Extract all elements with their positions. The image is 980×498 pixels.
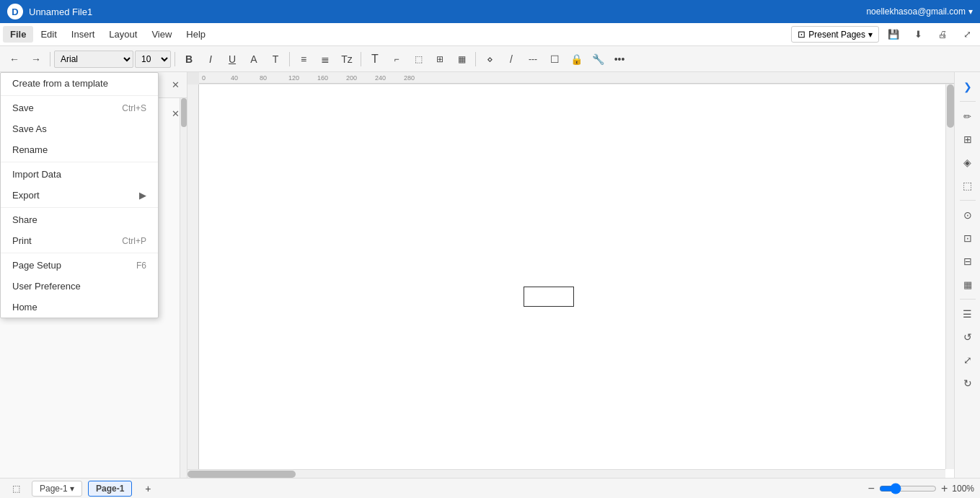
vertical-scrollbar-thumb[interactable] (947, 84, 954, 128)
bold-button[interactable]: B (179, 49, 199, 69)
history-panel-button[interactable]: ↺ (958, 327, 978, 347)
vertical-scrollbar[interactable] (945, 84, 954, 469)
ruler-mark: 120 (286, 74, 314, 82)
database-panel-button[interactable]: ⊙ (958, 205, 978, 225)
font-family-select[interactable]: Arial Times New Roman Helvetica (54, 51, 133, 68)
redo-button[interactable]: → (26, 49, 46, 69)
container-button[interactable]: ⊞ (430, 49, 450, 69)
ruler-mark: 200 (343, 74, 372, 82)
zoom-slider[interactable] (879, 483, 937, 494)
menu-rename[interactable]: Rename (1, 139, 158, 160)
horizontal-scrollbar[interactable] (187, 469, 945, 478)
dropdown-divider-3 (1, 207, 158, 208)
checkbox-button[interactable]: ☐ (544, 49, 565, 69)
menubar: File Edit Insert Layout View Help ⊡ Pres… (0, 23, 980, 46)
menu-view[interactable]: View (144, 26, 179, 43)
close-btn-1[interactable]: ✕ (172, 79, 180, 90)
menu-save[interactable]: Save Ctrl+S (1, 97, 158, 118)
refresh-panel-button[interactable]: ↻ (958, 373, 978, 393)
grid-panel-button[interactable]: ⊞ (958, 129, 978, 149)
menu-user-preference[interactable]: User Preference (1, 276, 158, 297)
menu-page-setup[interactable]: Page Setup F6 (1, 255, 158, 276)
lock-button[interactable]: 🔒 (566, 49, 586, 69)
ruler-left (187, 84, 199, 478)
horizontal-scrollbar-thumb[interactable] (187, 471, 296, 478)
add-page-button[interactable]: + (138, 479, 158, 499)
left-scrollbar[interactable] (180, 98, 187, 478)
menu-export[interactable]: Export ▶ (1, 185, 158, 206)
menu-file[interactable]: File (3, 26, 33, 43)
fill-button[interactable]: ⋄ (480, 49, 500, 69)
text-format-button[interactable]: Tz (337, 49, 357, 69)
zoom-in-button[interactable]: + (941, 483, 948, 494)
toolbar-separator-1 (50, 52, 50, 66)
image-panel-button[interactable]: ⊡ (958, 228, 978, 248)
layers-panel-button[interactable]: ◈ (958, 152, 978, 172)
present-pages-area: ⊡ Present Pages ▾ 💾 ⬇ 🖨 ⤢ (791, 25, 977, 45)
current-page-label: Page-1 (96, 484, 124, 494)
present-pages-button[interactable]: ⊡ Present Pages ▾ (791, 26, 879, 43)
menu-edit[interactable]: Edit (33, 26, 63, 43)
dropdown-divider-1 (1, 95, 158, 96)
menu-layout[interactable]: Layout (102, 26, 144, 43)
toolbar: ← → Arial Times New Roman Helvetica 10 1… (0, 46, 980, 72)
file-dropdown: Create from a template Save Ctrl+S Save … (0, 72, 159, 318)
right-panel-separator-3 (960, 299, 976, 300)
user-email: noellekhasoa@gmail.com (866, 6, 966, 17)
ruler-top: 0 40 80 120 160 200 240 280 (199, 72, 954, 84)
left-scrollbar-thumb[interactable] (181, 98, 187, 127)
print-icon-btn[interactable]: 🖨 (932, 25, 953, 45)
text-shape-button[interactable]: T (365, 49, 385, 69)
page-view-toggle[interactable]: ⬚ (6, 479, 26, 499)
font-size-select[interactable]: 10 12 14 16 (135, 51, 171, 68)
page-tab-dropdown[interactable]: Page-1 ▾ (32, 481, 82, 497)
share-icon-btn[interactable]: ⤢ (957, 25, 977, 45)
current-page-tab[interactable]: Page-1 (88, 481, 132, 497)
edit-panel-button[interactable]: ✏ (958, 106, 978, 126)
user-chevron: ▾ (968, 6, 973, 17)
user-info[interactable]: noellekhasoa@gmail.com ▾ (866, 6, 973, 17)
menu-home[interactable]: Home (1, 297, 158, 318)
titlebar: D Unnamed File1 noellekhasoa@gmail.com ▾ (0, 0, 980, 23)
right-panel-separator-2 (960, 200, 976, 201)
collapse-right-panel-button[interactable]: ❯ (958, 77, 978, 97)
line-color-button[interactable]: / (501, 49, 521, 69)
menu-help[interactable]: Help (179, 26, 213, 43)
font-color-button[interactable]: A (244, 49, 264, 69)
menu-print[interactable]: Print Ctrl+P (1, 230, 158, 251)
menu-insert[interactable]: Insert (64, 26, 102, 43)
diagram-rectangle[interactable] (524, 287, 574, 307)
hierarchy-panel-button[interactable]: ⊟ (958, 251, 978, 271)
undo-button[interactable]: ← (4, 49, 25, 69)
more-button[interactable]: ••• (609, 49, 630, 69)
page-tab-chevron: ▾ (70, 484, 74, 494)
canvas-content[interactable] (199, 84, 954, 478)
main-area: 🔍 « ✕ ✕ ⚡ ⊗ ⌇⌇⌇ ↧ ⌇⌇ ✦ ≈ ⌇ ⊕ ✽ (0, 72, 980, 478)
line-style-button[interactable]: --- (523, 49, 543, 69)
ruler-mark: 80 (257, 74, 286, 82)
align-justify-button[interactable]: ≣ (315, 49, 335, 69)
menu-share[interactable]: Share (1, 209, 158, 230)
table-panel-button[interactable]: ▦ (958, 274, 978, 294)
zoom-level-label: 100% (952, 484, 974, 494)
menu-import-data[interactable]: Import Data (1, 164, 158, 185)
list-panel-button[interactable]: ☰ (958, 304, 978, 324)
ruler-mark: 160 (314, 74, 343, 82)
download-icon-btn[interactable]: ⬇ (908, 25, 928, 45)
fit-panel-button[interactable]: ⤢ (958, 350, 978, 370)
zoom-out-button[interactable]: − (868, 483, 875, 494)
text-button[interactable]: T (265, 49, 286, 69)
shape-button[interactable]: ⬚ (408, 49, 428, 69)
screen-panel-button[interactable]: ⬚ (958, 175, 978, 196)
settings-button[interactable]: 🔧 (588, 49, 608, 69)
ruler-mark: 0 (199, 74, 228, 82)
align-left-button[interactable]: ≡ (293, 49, 314, 69)
table-button[interactable]: ▦ (451, 49, 472, 69)
close-btn-2[interactable]: ✕ (172, 108, 180, 119)
save-icon-btn[interactable]: 💾 (883, 25, 904, 45)
italic-button[interactable]: I (200, 49, 221, 69)
menu-save-as[interactable]: Save As (1, 118, 158, 139)
connector-button[interactable]: ⌐ (387, 49, 407, 69)
underline-button[interactable]: U (222, 49, 242, 69)
menu-create-template[interactable]: Create from a template (1, 73, 158, 94)
